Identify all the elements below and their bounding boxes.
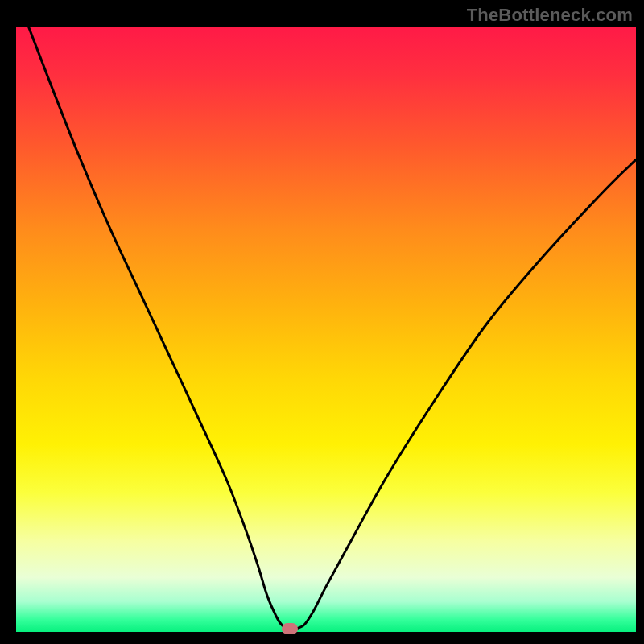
optimal-marker [282,623,298,634]
watermark-text: TheBottleneck.com [467,5,633,26]
bottleneck-curve [28,27,636,630]
plot-area [16,27,636,632]
chart-frame: TheBottleneck.com [0,0,644,644]
curve-svg [16,27,636,632]
